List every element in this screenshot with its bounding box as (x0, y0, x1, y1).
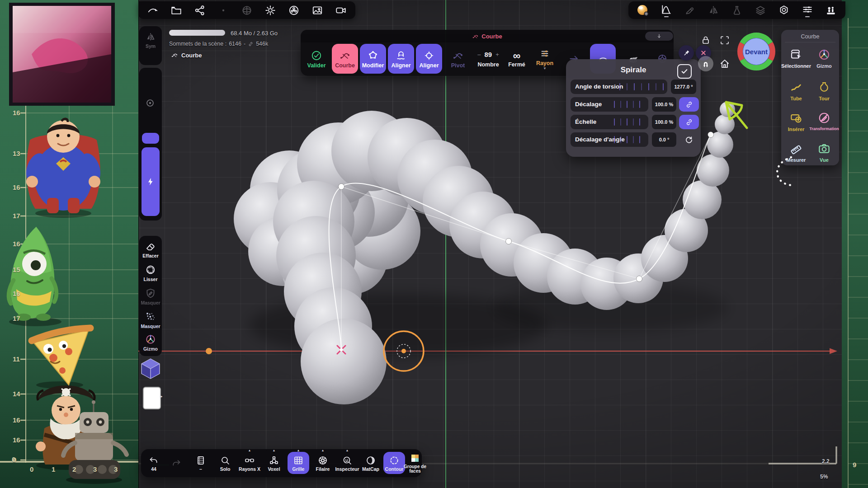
matcap-cube-preview[interactable] (140, 358, 161, 381)
mat-bottom-number: 1 (52, 465, 55, 473)
groupe-de-faces-button[interactable]: Groupe de faces (403, 449, 427, 477)
mesurer-tool[interactable]: Mesurer (782, 142, 810, 163)
s-lectionner-tool[interactable]: Sélectionner (782, 48, 810, 69)
tube-tool[interactable]: Tube (782, 80, 810, 101)
filaire-button[interactable]: ▲Filaire (311, 449, 335, 477)
undo-button[interactable]: 44 (142, 449, 165, 477)
slider-2[interactable]: Décalage (571, 97, 648, 112)
mat-left-number: 16 (13, 416, 20, 424)
image-icon[interactable] (306, 2, 329, 19)
value-4[interactable]: 0.0 ° (652, 132, 676, 147)
material-sphere-icon[interactable] (631, 2, 655, 19)
voxel-button[interactable]: ▲Voxel (262, 449, 286, 477)
aligner-boussole-button[interactable]: Aligner (416, 44, 442, 74)
masquer-tool-4[interactable]: Masquer (139, 311, 162, 329)
curve-icon (171, 52, 178, 59)
dot-icon[interactable] (212, 2, 235, 19)
tour-tool[interactable]: Tour (810, 80, 838, 101)
spirale-enabled-checkbox[interactable] (677, 64, 692, 79)
share-nodes-icon[interactable] (188, 2, 212, 19)
grille-button[interactable]: ▲Grille (287, 449, 310, 477)
value-3[interactable]: 100.0 % (652, 115, 676, 129)
desk-mat-right: 9 (842, 0, 868, 488)
mat-bottom-number: 0 (30, 465, 33, 473)
redo-button[interactable] (165, 449, 188, 477)
settings-gear-icon[interactable] (772, 2, 796, 19)
increment-icon: + (495, 51, 499, 58)
symmetry-button[interactable]: Sym (139, 32, 162, 49)
effacer-tool-1[interactable]: Effacer (139, 240, 162, 258)
slider-1[interactable]: Angle de torsion (571, 80, 667, 94)
sun-icon[interactable] (259, 2, 282, 19)
memory-text: 68.4 Mo / 2.63 Go (231, 30, 278, 37)
folder-icon[interactable] (165, 2, 188, 19)
scene-list-item-courbe[interactable]: Courbe (171, 52, 202, 59)
expand-caret-icon: ▲ (273, 449, 276, 452)
link-values-button[interactable] (679, 97, 699, 112)
snap-magnet-button[interactable] (698, 56, 713, 71)
lock-view-button[interactable] (700, 35, 711, 46)
rayon-button[interactable]: Rayon▼ (532, 44, 557, 74)
figurines-icon[interactable] (819, 2, 843, 19)
contour-button[interactable]: Contour (382, 449, 406, 477)
layers-icon[interactable] (749, 2, 772, 19)
swoosh-icon[interactable] (141, 2, 165, 19)
value-1[interactable]: 1277.0 ° (671, 80, 696, 94)
inspecteur-button[interactable]: ▲Inspecteur (335, 449, 359, 477)
reset-button[interactable] (679, 132, 699, 147)
decrement-icon: – (477, 51, 481, 58)
ferme-button[interactable]: ∞Fermé (504, 44, 529, 74)
solo-button[interactable]: Solo (213, 449, 237, 477)
color-swatch[interactable] (143, 387, 161, 409)
valider-button[interactable]: Valider (303, 44, 330, 74)
vue-tool[interactable]: Vue (810, 142, 838, 163)
radius-target-icon[interactable] (145, 98, 156, 108)
historique-button[interactable]: – (189, 449, 212, 477)
lisser-tool-2[interactable]: Lisser (139, 264, 162, 282)
symmetry-icon[interactable] (702, 2, 725, 19)
home-view-button[interactable] (719, 58, 731, 70)
courbe-button[interactable]: Courbe (332, 44, 358, 74)
value-2[interactable]: 100.0 % (652, 97, 676, 112)
panel-title: Courbe (781, 33, 839, 40)
link-values-button[interactable] (679, 115, 699, 129)
mat-left-number: 15 (13, 266, 20, 273)
slider-4[interactable]: Décalage d'angle (571, 132, 648, 147)
paint-brush-icon[interactable] (678, 2, 702, 19)
intensity-slider[interactable] (142, 147, 160, 216)
pin-panel-button[interactable] (679, 45, 694, 61)
collapse-toolbar-button[interactable] (645, 32, 673, 41)
spirale-row-4: Décalage d'angle0.0 ° (571, 132, 696, 147)
transformation-tool[interactable]: Transformation (810, 111, 838, 131)
expand-caret-icon: ▲ (321, 449, 325, 452)
nombre-button[interactable]: –89+Nombre (472, 44, 504, 74)
vertices-count: 6146 (229, 41, 241, 47)
falloff-curve-icon[interactable] (655, 2, 678, 19)
mat-bottom-number: 3 (114, 465, 118, 473)
matcap-button[interactable]: MatCap (359, 449, 382, 477)
gizmo-tool-5[interactable]: Gizmo (139, 333, 162, 352)
gizmo-tool[interactable]: Gizmo (810, 48, 838, 69)
modifier-button[interactable]: Modifier (360, 44, 386, 74)
slider-handle[interactable] (142, 133, 159, 144)
fullscreen-button[interactable] (719, 35, 730, 46)
video-camera-icon[interactable] (329, 2, 353, 19)
sliders-icon[interactable] (796, 2, 819, 19)
pivot-button[interactable]: Pivot (443, 44, 473, 74)
masquer-tool-3[interactable]: Masquer (139, 287, 162, 305)
aligner-aimant-button[interactable]: Aligner (388, 44, 414, 74)
bottom-toolbar: 44–Solo▲Rayons X▲Voxel▲Grille▲Filaire▲In… (141, 449, 422, 477)
film-reel-icon[interactable] (282, 2, 306, 19)
framed-artwork (9, 3, 115, 106)
flask-icon[interactable] (725, 2, 749, 19)
slider-3[interactable]: Échelle (571, 115, 648, 129)
mat-left-number: 11 (13, 355, 20, 363)
vertices-separator: - (244, 41, 245, 47)
rayons-x-button[interactable]: ▲Rayons X (238, 449, 261, 477)
spirale-panel: Spirale Angle de torsion1277.0 °Décalage… (566, 59, 701, 157)
spirale-row-3: Échelle100.0 % (571, 115, 696, 129)
mat-left-number: 14 (13, 390, 20, 398)
ins-rer-tool[interactable]: Insérer (782, 111, 810, 132)
sphere-wire-icon[interactable] (235, 2, 259, 19)
view-orientation-gizmo[interactable]: Devant (736, 31, 777, 72)
